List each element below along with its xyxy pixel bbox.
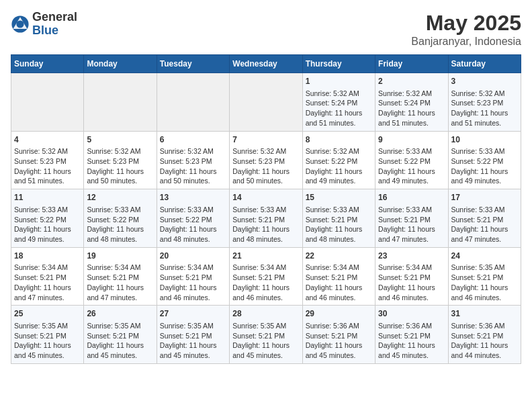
day-info: Daylight: 11 hours and 46 minutes. (160, 283, 226, 302)
header-cell-wednesday: Wednesday (230, 55, 302, 73)
calendar-cell: 29Sunrise: 5:36 AMSunset: 5:21 PMDayligh… (302, 306, 375, 364)
day-info: Daylight: 11 hours and 48 minutes. (306, 224, 372, 244)
day-info: Sunrise: 5:36 AM (451, 321, 518, 331)
calendar-cell: 7Sunrise: 5:32 AMSunset: 5:23 PMDaylight… (230, 131, 302, 189)
day-number: 4 (14, 134, 81, 146)
day-info: Sunset: 5:21 PM (378, 215, 445, 225)
header-cell-monday: Monday (84, 55, 157, 73)
day-number: 1 (306, 76, 372, 87)
day-info: Sunrise: 5:35 AM (232, 321, 299, 331)
day-info: Sunset: 5:23 PM (14, 156, 81, 167)
calendar-cell: 5Sunrise: 5:32 AMSunset: 5:23 PMDaylight… (84, 131, 157, 189)
day-info: Sunrise: 5:32 AM (378, 89, 445, 99)
day-info: Daylight: 11 hours and 49 minutes. (378, 167, 445, 186)
day-info: Sunrise: 5:35 AM (160, 321, 226, 331)
day-info: Daylight: 11 hours and 51 minutes. (14, 167, 81, 186)
day-info: Sunrise: 5:34 AM (14, 263, 81, 273)
calendar-cell: 15Sunrise: 5:33 AMSunset: 5:21 PMDayligh… (302, 189, 375, 248)
day-info: Sunset: 5:24 PM (306, 98, 372, 108)
day-info: Sunset: 5:24 PM (378, 98, 445, 108)
day-info: Daylight: 11 hours and 51 minutes. (451, 108, 518, 128)
day-info: Sunset: 5:21 PM (306, 273, 372, 283)
day-info: Daylight: 11 hours and 45 minutes. (306, 340, 372, 360)
header-cell-friday: Friday (375, 55, 448, 73)
day-info: Sunrise: 5:34 AM (378, 263, 445, 273)
calendar-cell (230, 73, 302, 132)
day-info: Sunset: 5:21 PM (14, 331, 81, 341)
day-info: Sunset: 5:21 PM (160, 273, 226, 283)
day-info: Daylight: 11 hours and 46 minutes. (451, 283, 518, 302)
day-info: Daylight: 11 hours and 49 minutes. (451, 167, 518, 186)
day-info: Daylight: 11 hours and 46 minutes. (378, 283, 445, 302)
day-info: Daylight: 11 hours and 45 minutes. (14, 340, 81, 360)
calendar-cell: 25Sunrise: 5:35 AMSunset: 5:21 PMDayligh… (11, 306, 84, 364)
day-info: Sunrise: 5:32 AM (232, 146, 299, 156)
day-number: 23 (378, 250, 445, 262)
day-number: 17 (451, 192, 518, 203)
day-number: 6 (160, 134, 226, 146)
day-number: 28 (232, 308, 299, 320)
calendar-cell: 1Sunrise: 5:32 AMSunset: 5:24 PMDaylight… (302, 73, 375, 132)
calendar-cell: 19Sunrise: 5:34 AMSunset: 5:21 PMDayligh… (84, 247, 157, 306)
day-info: Sunrise: 5:33 AM (87, 205, 153, 215)
day-number: 13 (160, 192, 226, 203)
day-number: 14 (232, 192, 299, 203)
day-info: Sunrise: 5:35 AM (87, 321, 153, 331)
day-info: Daylight: 11 hours and 45 minutes. (232, 340, 299, 360)
day-number: 22 (306, 250, 372, 262)
day-number: 21 (232, 250, 299, 262)
day-info: Sunrise: 5:33 AM (451, 205, 518, 215)
day-number: 20 (160, 250, 226, 262)
week-row-5: 25Sunrise: 5:35 AMSunset: 5:21 PMDayligh… (11, 306, 521, 364)
day-info: Daylight: 11 hours and 50 minutes. (232, 167, 299, 186)
page-header: General Blue May 2025 Banjaranyar, Indon… (11, 11, 521, 48)
day-info: Daylight: 11 hours and 51 minutes. (306, 108, 372, 128)
calendar-cell: 11Sunrise: 5:33 AMSunset: 5:22 PMDayligh… (11, 189, 84, 248)
day-info: Sunrise: 5:33 AM (378, 205, 445, 215)
day-info: Sunset: 5:21 PM (451, 273, 518, 283)
day-info: Sunset: 5:21 PM (451, 215, 518, 225)
day-info: Daylight: 11 hours and 50 minutes. (87, 167, 153, 186)
day-info: Sunrise: 5:33 AM (14, 205, 81, 215)
day-info: Sunrise: 5:34 AM (87, 263, 153, 273)
day-number: 29 (306, 308, 372, 320)
calendar-cell: 6Sunrise: 5:32 AMSunset: 5:23 PMDaylight… (157, 131, 229, 189)
day-info: Sunrise: 5:32 AM (87, 146, 153, 156)
week-row-4: 18Sunrise: 5:34 AMSunset: 5:21 PMDayligh… (11, 247, 521, 306)
day-info: Sunrise: 5:32 AM (451, 89, 518, 99)
calendar-cell: 27Sunrise: 5:35 AMSunset: 5:21 PMDayligh… (157, 306, 229, 364)
day-info: Sunrise: 5:33 AM (451, 146, 518, 156)
day-info: Sunset: 5:21 PM (232, 331, 299, 341)
day-info: Sunrise: 5:32 AM (14, 146, 81, 156)
calendar-cell (11, 73, 84, 132)
day-number: 3 (451, 76, 518, 87)
day-info: Daylight: 11 hours and 49 minutes. (14, 224, 81, 244)
day-info: Sunset: 5:21 PM (232, 273, 299, 283)
week-row-3: 11Sunrise: 5:33 AMSunset: 5:22 PMDayligh… (11, 189, 521, 248)
calendar-cell: 17Sunrise: 5:33 AMSunset: 5:21 PMDayligh… (448, 189, 521, 248)
header-cell-saturday: Saturday (448, 55, 521, 73)
day-info: Sunrise: 5:33 AM (306, 205, 372, 215)
svg-point-2 (16, 20, 24, 28)
calendar-body: 1Sunrise: 5:32 AMSunset: 5:24 PMDaylight… (11, 73, 521, 364)
day-info: Sunset: 5:21 PM (87, 273, 153, 283)
day-info: Sunrise: 5:35 AM (451, 263, 518, 273)
day-info: Daylight: 11 hours and 47 minutes. (87, 283, 153, 302)
day-number: 5 (87, 134, 153, 146)
calendar-cell: 4Sunrise: 5:32 AMSunset: 5:23 PMDaylight… (11, 131, 84, 189)
day-info: Daylight: 11 hours and 48 minutes. (87, 224, 153, 244)
day-info: Sunset: 5:23 PM (160, 156, 226, 167)
day-number: 2 (378, 76, 445, 87)
day-info: Sunset: 5:21 PM (232, 215, 299, 225)
calendar-cell: 9Sunrise: 5:33 AMSunset: 5:22 PMDaylight… (375, 131, 448, 189)
day-info: Daylight: 11 hours and 51 minutes. (378, 108, 445, 128)
day-number: 25 (14, 308, 81, 320)
day-info: Daylight: 11 hours and 49 minutes. (306, 167, 372, 186)
day-number: 31 (451, 308, 518, 320)
day-info: Sunset: 5:22 PM (160, 215, 226, 225)
day-info: Daylight: 11 hours and 47 minutes. (451, 224, 518, 244)
day-number: 12 (87, 192, 153, 203)
day-info: Sunset: 5:23 PM (87, 156, 153, 167)
calendar-cell: 18Sunrise: 5:34 AMSunset: 5:21 PMDayligh… (11, 247, 84, 306)
day-info: Sunset: 5:21 PM (378, 273, 445, 283)
